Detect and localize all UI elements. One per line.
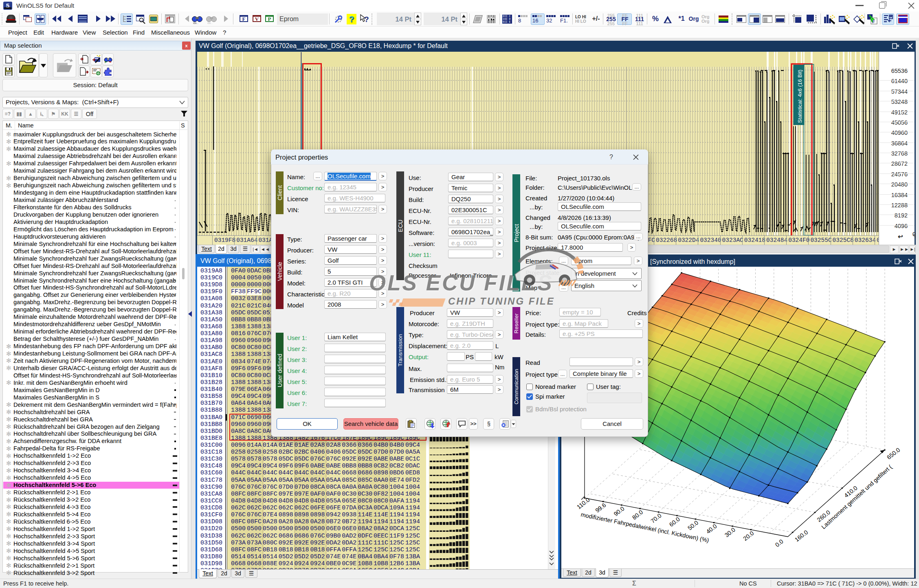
svg-text:?: ? [364, 15, 369, 24]
svg-text:I0II...: I0II... [193, 22, 199, 24]
svg-text:Lastmoment gemittelt und gefil: Lastmoment gemittelt und gefiltert ( [820, 463, 893, 530]
svg-text:40.0: 40.0 [705, 523, 718, 535]
svg-text:110.0: 110.0 [576, 496, 591, 510]
svg-text:I0II...: I0II... [207, 22, 213, 24]
svg-text:20.0: 20.0 [742, 530, 755, 542]
svg-text:80.0: 80.0 [631, 509, 644, 521]
svg-text:0.0: 0.0 [774, 538, 785, 548]
svg-text:30.0: 30.0 [723, 526, 737, 538]
svg-text:70.0: 70.0 [649, 512, 662, 524]
svg-text:50.0: 50.0 [686, 519, 699, 531]
svg-text:650.0: 650.0 [886, 446, 901, 461]
svg-text:P: P [105, 60, 107, 64]
svg-text:60.0: 60.0 [668, 516, 681, 528]
svg-text:160.0: 160.0 [794, 529, 809, 543]
svg-text:99.6: 99.6 [594, 502, 607, 514]
svg-text:90.0: 90.0 [613, 505, 626, 518]
svg-text:Statistical: 4x6 (16 Bit): Statistical: 4x6 (16 Bit) [797, 70, 803, 123]
